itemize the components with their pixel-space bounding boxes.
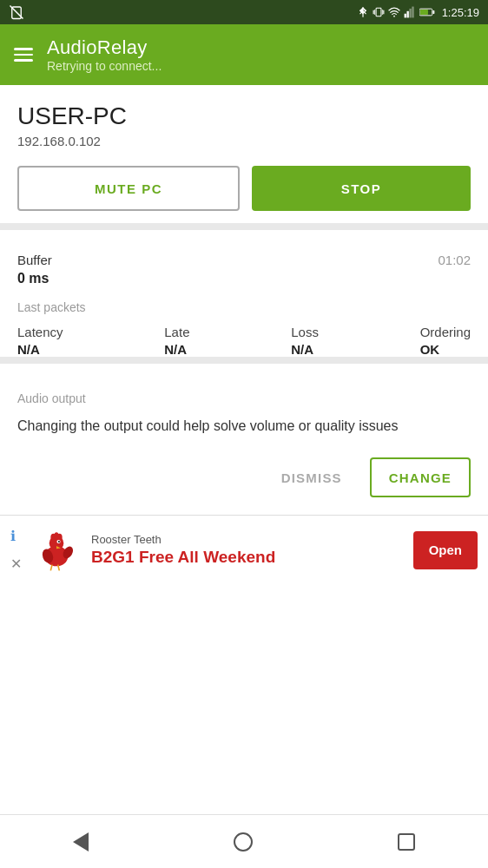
latency-value: N/A bbox=[17, 342, 63, 357]
home-button[interactable] bbox=[216, 824, 270, 860]
rooster-teeth-logo bbox=[35, 529, 78, 572]
app-title: AudioRelay bbox=[47, 36, 162, 59]
ad-text-area: Rooster Teeth B2G1 Free All Weekend bbox=[91, 533, 405, 568]
svg-point-22 bbox=[58, 541, 60, 542]
buffer-label: Buffer bbox=[17, 253, 52, 267]
svg-rect-11 bbox=[412, 7, 413, 18]
back-icon bbox=[73, 832, 89, 852]
mute-pc-button[interactable]: MUTE PC bbox=[17, 166, 240, 211]
ordering-value: OK bbox=[420, 342, 471, 357]
close-icon[interactable]: ✕ bbox=[10, 556, 22, 572]
loss-value: N/A bbox=[291, 342, 319, 357]
late-label: Late bbox=[164, 325, 189, 339]
ordering-label: Ordering bbox=[420, 325, 471, 339]
change-button[interactable]: CHANGE bbox=[370, 457, 471, 497]
pc-name: USER-PC bbox=[17, 102, 471, 130]
svg-rect-14 bbox=[432, 10, 434, 14]
app-subtitle: Retrying to connect... bbox=[47, 59, 162, 73]
status-bar-left bbox=[9, 4, 24, 20]
no-sim-icon bbox=[9, 4, 24, 20]
svg-rect-2 bbox=[376, 8, 381, 16]
recents-button[interactable] bbox=[380, 825, 432, 859]
signal-icon bbox=[404, 6, 416, 18]
audio-action-buttons: DISMISS CHANGE bbox=[17, 457, 471, 497]
ordering-col: Ordering OK bbox=[420, 325, 471, 357]
buffer-time: 01:02 bbox=[438, 253, 471, 267]
late-value: N/A bbox=[164, 342, 189, 357]
latency-label: Latency bbox=[17, 325, 63, 339]
recents-icon bbox=[398, 833, 415, 851]
loss-label: Loss bbox=[291, 325, 319, 339]
late-col: Late N/A bbox=[164, 325, 189, 357]
stop-button[interactable]: STOP bbox=[252, 166, 471, 211]
battery-icon bbox=[419, 6, 435, 18]
svg-point-7 bbox=[393, 16, 395, 17]
buffer-row: Buffer 01:02 bbox=[17, 253, 471, 267]
vibrate-icon bbox=[373, 6, 385, 18]
pc-ip: 192.168.0.102 bbox=[17, 134, 471, 148]
stats-section: Buffer 01:02 0 ms Last packets Latency N… bbox=[0, 239, 488, 378]
action-buttons: MUTE PC STOP bbox=[17, 166, 471, 211]
status-bar-right: 1:25:19 bbox=[357, 6, 479, 19]
divider-1 bbox=[0, 223, 488, 230]
toolbar-titles: AudioRelay Retrying to connect... bbox=[47, 36, 162, 73]
ad-info-close-col: ℹ ✕ bbox=[10, 524, 22, 575]
toolbar: AudioRelay Retrying to connect... bbox=[0, 24, 488, 85]
svg-rect-9 bbox=[406, 11, 408, 18]
main-content: USER-PC 192.168.0.102 MUTE PC STOP bbox=[0, 85, 488, 239]
buffer-value: 0 ms bbox=[17, 271, 471, 286]
ad-logo-area bbox=[30, 529, 82, 572]
bluetooth-icon bbox=[357, 6, 369, 18]
wifi-icon bbox=[388, 6, 400, 18]
svg-rect-8 bbox=[404, 14, 406, 18]
audio-output-desc: Changing the output could help solve vol… bbox=[17, 416, 471, 437]
latency-col: Latency N/A bbox=[17, 325, 63, 357]
info-icon[interactable]: ℹ bbox=[10, 528, 16, 544]
ad-banner: ℹ ✕ Rooster Teeth B2G bbox=[0, 515, 488, 584]
audio-output-label: Audio output bbox=[17, 391, 471, 405]
svg-rect-10 bbox=[409, 9, 411, 18]
audio-output-section: Audio output Changing the output could h… bbox=[0, 378, 488, 515]
ad-headline: B2G1 Free All Weekend bbox=[91, 548, 405, 568]
status-bar: 1:25:19 bbox=[0, 0, 488, 24]
last-packets-label: Last packets bbox=[17, 300, 471, 314]
svg-line-25 bbox=[50, 564, 52, 570]
ad-open-button[interactable]: Open bbox=[413, 531, 478, 569]
ad-brand-name: Rooster Teeth bbox=[91, 533, 405, 546]
divider-2 bbox=[0, 357, 488, 364]
packets-grid: Latency N/A Late N/A Loss N/A Ordering O… bbox=[17, 325, 471, 357]
svg-point-20 bbox=[56, 533, 63, 540]
menu-button[interactable] bbox=[14, 48, 33, 62]
home-icon bbox=[234, 832, 253, 852]
loss-col: Loss N/A bbox=[291, 325, 319, 357]
back-button[interactable] bbox=[56, 824, 106, 860]
dismiss-button[interactable]: DISMISS bbox=[264, 457, 359, 497]
svg-rect-13 bbox=[420, 10, 428, 15]
nav-bar bbox=[0, 814, 488, 868]
status-time: 1:25:19 bbox=[442, 6, 479, 19]
